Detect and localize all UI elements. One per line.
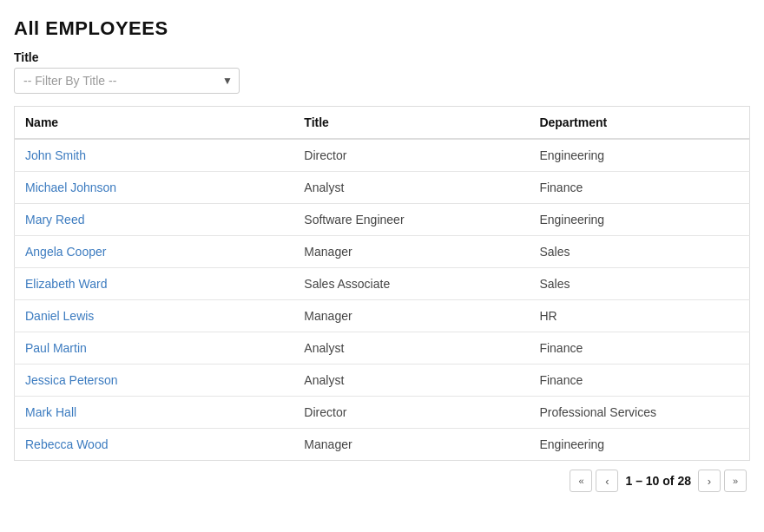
employee-title: Director bbox=[293, 139, 529, 172]
title-filter-select[interactable]: -- Filter By Title -- Director Analyst S… bbox=[14, 68, 240, 94]
table-row: Mark HallDirectorProfessional Services bbox=[15, 397, 750, 429]
employee-name[interactable]: Mary Reed bbox=[15, 204, 294, 236]
pagination-total: of 28 bbox=[662, 474, 691, 488]
employee-title: Manager bbox=[293, 300, 529, 332]
filter-label: Title bbox=[14, 50, 750, 64]
table-row: Rebecca WoodManagerEngineering bbox=[15, 429, 750, 461]
employee-title: Analyst bbox=[293, 172, 529, 204]
prev-page-button[interactable]: ‹ bbox=[596, 470, 618, 492]
employee-name[interactable]: Angela Cooper bbox=[15, 236, 294, 268]
first-page-button[interactable]: « bbox=[570, 470, 592, 492]
table-header-row: Name Title Department bbox=[15, 107, 750, 140]
pagination: « ‹ 1 – 10 of 28 › » bbox=[14, 470, 750, 492]
employee-department: HR bbox=[529, 300, 749, 332]
employee-name[interactable]: John Smith bbox=[15, 139, 294, 172]
table-row: Daniel LewisManagerHR bbox=[15, 300, 750, 332]
filter-section: Title -- Filter By Title -- Director Ana… bbox=[14, 50, 750, 94]
employee-department: Finance bbox=[529, 365, 749, 397]
table-row: Mary ReedSoftware EngineerEngineering bbox=[15, 204, 750, 236]
pagination-current: 1 – 10 bbox=[625, 474, 659, 488]
employee-department: Sales bbox=[529, 268, 749, 300]
employee-department: Engineering bbox=[529, 139, 749, 172]
table-row: Jessica PetersonAnalystFinance bbox=[15, 365, 750, 397]
pagination-info: 1 – 10 of 28 bbox=[625, 474, 691, 488]
employee-name[interactable]: Elizabeth Ward bbox=[15, 268, 294, 300]
employee-department: Professional Services bbox=[529, 397, 749, 429]
employee-department: Sales bbox=[529, 236, 749, 268]
table-row: Paul MartinAnalystFinance bbox=[15, 332, 750, 365]
page-title: All EMPLOYEES bbox=[14, 17, 750, 40]
table-row: Elizabeth WardSales AssociateSales bbox=[15, 268, 750, 300]
employee-title: Analyst bbox=[293, 365, 529, 397]
employee-title: Manager bbox=[293, 236, 529, 268]
employee-department: Finance bbox=[529, 172, 749, 204]
employee-department: Finance bbox=[529, 332, 749, 365]
table-row: Angela CooperManagerSales bbox=[15, 236, 750, 268]
employee-name[interactable]: Daniel Lewis bbox=[15, 300, 294, 332]
col-header-department: Department bbox=[529, 107, 749, 140]
col-header-name: Name bbox=[15, 107, 294, 140]
employee-title: Analyst bbox=[293, 332, 529, 365]
employee-title: Sales Associate bbox=[293, 268, 529, 300]
employee-name[interactable]: Michael Johnson bbox=[15, 172, 294, 204]
table-row: John SmithDirectorEngineering bbox=[15, 139, 750, 172]
table-row: Michael JohnsonAnalystFinance bbox=[15, 172, 750, 204]
filter-select-wrapper: -- Filter By Title -- Director Analyst S… bbox=[14, 68, 240, 94]
employee-department: Engineering bbox=[529, 204, 749, 236]
employee-name[interactable]: Paul Martin bbox=[15, 332, 294, 365]
next-page-button[interactable]: › bbox=[698, 470, 721, 492]
col-header-title: Title bbox=[293, 107, 529, 140]
employee-name[interactable]: Jessica Peterson bbox=[15, 365, 294, 397]
employee-name[interactable]: Rebecca Wood bbox=[15, 429, 294, 461]
employee-department: Engineering bbox=[529, 429, 749, 461]
employee-name[interactable]: Mark Hall bbox=[15, 397, 294, 429]
employee-title: Director bbox=[293, 397, 529, 429]
last-page-button[interactable]: » bbox=[724, 470, 747, 492]
employee-title: Manager bbox=[293, 429, 529, 461]
employees-table: Name Title Department John SmithDirector… bbox=[14, 106, 750, 461]
employee-title: Software Engineer bbox=[293, 204, 529, 236]
